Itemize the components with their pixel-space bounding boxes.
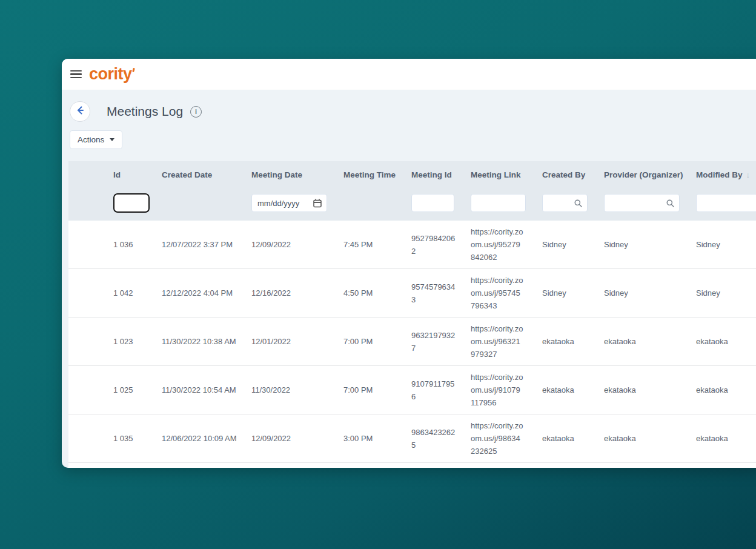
column-header-meeting-link[interactable]: Meeting Link <box>461 161 532 221</box>
created-by-filter[interactable] <box>542 194 588 212</box>
hamburger-menu-icon[interactable] <box>69 68 83 81</box>
cell-meeting-link: https://cority.zo <box>461 463 532 468</box>
cell-modified-by: ekataoka <box>686 414 756 463</box>
cell-meeting-time <box>334 463 402 468</box>
actions-button-label: Actions <box>78 135 104 144</box>
cell-provider: Sidney <box>594 221 686 269</box>
cell-meeting-id: 95279842062 <box>402 221 461 269</box>
info-icon[interactable]: i <box>190 106 202 118</box>
cell-provider: ekataoka <box>594 414 686 463</box>
cell-meeting-date: 12/16/2022 <box>242 269 334 318</box>
table-row[interactable]: 1 025 11/30/2022 10:54 AM 11/30/2022 7:0… <box>68 366 756 414</box>
cell-modified-by: ekataoka <box>686 366 756 414</box>
provider-filter[interactable] <box>604 194 680 212</box>
cell-provider: Sidney <box>594 269 686 318</box>
cell-created-date <box>152 463 242 468</box>
column-header-meeting-date[interactable]: Meeting Date <box>242 161 334 221</box>
logo-trademark-tick <box>132 68 135 73</box>
cell-modified-by: Sidney <box>686 269 756 318</box>
cority-logo: cority <box>89 66 134 82</box>
cell-created-by: ekataoka <box>532 318 594 366</box>
actions-dropdown-button[interactable]: Actions <box>70 130 122 149</box>
table-row[interactable]: 1 042 12/12/2022 4:04 PM 12/16/2022 4:50… <box>68 269 756 318</box>
app-window: cority Meetings Log i Actions <box>62 59 756 468</box>
cell-id <box>104 463 152 468</box>
cell-meeting-time: 4:50 PM <box>334 269 402 318</box>
column-header-provider[interactable]: Provider (Organizer) <box>594 161 686 221</box>
arrow-left-icon <box>75 105 85 118</box>
cell-meeting-time: 3:00 PM <box>334 414 402 463</box>
cell-created-date: 12/06/2022 10:09 AM <box>152 414 242 463</box>
cell-created-by: Sidney <box>532 221 594 269</box>
chevron-down-icon <box>110 138 114 141</box>
cell-meeting-time: 7:00 PM <box>334 318 402 366</box>
cell-created-date: 12/07/2022 3:37 PM <box>152 221 242 269</box>
column-header-id[interactable]: Id <box>104 161 152 221</box>
column-header-gutter <box>68 161 104 221</box>
cell-meeting-link: https://cority.zoom.us/j/91079117956 <box>461 366 532 414</box>
cell-created-date: 12/12/2022 4:04 PM <box>152 269 242 318</box>
column-header-meeting-time[interactable]: Meeting Time <box>334 161 402 221</box>
cell-modified-by: Sidney <box>686 221 756 269</box>
cell-provider: ekataoka <box>594 366 686 414</box>
column-header-meeting-id[interactable]: Meeting Id <box>402 161 461 221</box>
meeting-date-filter[interactable] <box>251 194 327 212</box>
cell-meeting-id <box>402 463 461 468</box>
meeting-date-filter-input[interactable] <box>256 198 313 208</box>
cell-meeting-id: 98634232625 <box>402 414 461 463</box>
calendar-icon[interactable] <box>313 198 322 208</box>
cell-id: 1 035 <box>104 414 152 463</box>
back-button[interactable] <box>70 101 90 122</box>
cell-meeting-date: 12/09/2022 <box>242 221 334 269</box>
table-header-row: Id Created Date Meeting Date <box>68 161 756 221</box>
cell-id: 1 025 <box>104 366 152 414</box>
logo-text: cority <box>89 66 132 82</box>
cell-id: 1 042 <box>104 269 152 318</box>
meeting-link-filter-input[interactable] <box>471 194 526 212</box>
search-icon[interactable] <box>666 199 675 208</box>
top-app-bar: cority <box>62 59 756 90</box>
cell-created-by: ekataoka <box>532 414 594 463</box>
cell-id: 1 023 <box>104 318 152 366</box>
page-title: Meetings Log <box>107 104 183 119</box>
column-header-modified-by[interactable]: Modified By↓ <box>686 161 756 221</box>
cell-meeting-link: https://cority.zoom.us/j/95745796343 <box>461 269 532 318</box>
cell-meeting-date: 11/30/2022 <box>242 366 334 414</box>
cell-modified-by <box>686 463 756 468</box>
table-row[interactable]: 1 036 12/07/2022 3:37 PM 12/09/2022 7:45… <box>68 221 756 269</box>
cell-meeting-link: https://cority.zoom.us/j/98634232625 <box>461 414 532 463</box>
cell-meeting-id: 96321979327 <box>402 318 461 366</box>
cell-provider: ekataoka <box>594 318 686 366</box>
table-row[interactable]: https://cority.zo <box>68 463 756 468</box>
cell-created-by: Sidney <box>532 269 594 318</box>
cell-meeting-link: https://cority.zoom.us/j/95279842062 <box>461 221 532 269</box>
id-filter-input[interactable] <box>113 193 150 213</box>
cell-meeting-id: 91079117956 <box>402 366 461 414</box>
cell-meeting-date: 12/09/2022 <box>242 414 334 463</box>
cell-meeting-link: https://cority.zoom.us/j/96321979327 <box>461 318 532 366</box>
cell-meeting-id: 95745796343 <box>402 269 461 318</box>
meeting-id-filter-input[interactable] <box>411 194 454 212</box>
cell-meeting-time: 7:45 PM <box>334 221 402 269</box>
modified-by-filter-input[interactable] <box>696 194 756 212</box>
cell-provider <box>594 463 686 468</box>
cell-id: 1 036 <box>104 221 152 269</box>
created-by-filter-input[interactable] <box>547 198 574 208</box>
column-header-created-date[interactable]: Created Date <box>152 161 242 221</box>
table-row[interactable]: 1 023 11/30/2022 10:38 AM 12/01/2022 7:0… <box>68 318 756 366</box>
sort-arrow-icon: ↓ <box>746 170 751 179</box>
cell-created-by: ekataoka <box>532 366 594 414</box>
cell-meeting-date: 12/01/2022 <box>242 318 334 366</box>
page-header: Meetings Log i <box>62 90 756 122</box>
table-row[interactable]: 1 035 12/06/2022 10:09 AM 12/09/2022 3:0… <box>68 414 756 463</box>
cell-created-by <box>532 463 594 468</box>
meetings-table: Id Created Date Meeting Date <box>68 161 756 468</box>
cell-created-date: 11/30/2022 10:38 AM <box>152 318 242 366</box>
column-header-created-by[interactable]: Created By <box>532 161 594 221</box>
cell-modified-by: ekataoka <box>686 318 756 366</box>
cell-meeting-date <box>242 463 334 468</box>
search-icon[interactable] <box>574 199 583 208</box>
provider-filter-input[interactable] <box>609 198 666 208</box>
cell-created-date: 11/30/2022 10:54 AM <box>152 366 242 414</box>
cell-meeting-time: 7:00 PM <box>334 366 402 414</box>
